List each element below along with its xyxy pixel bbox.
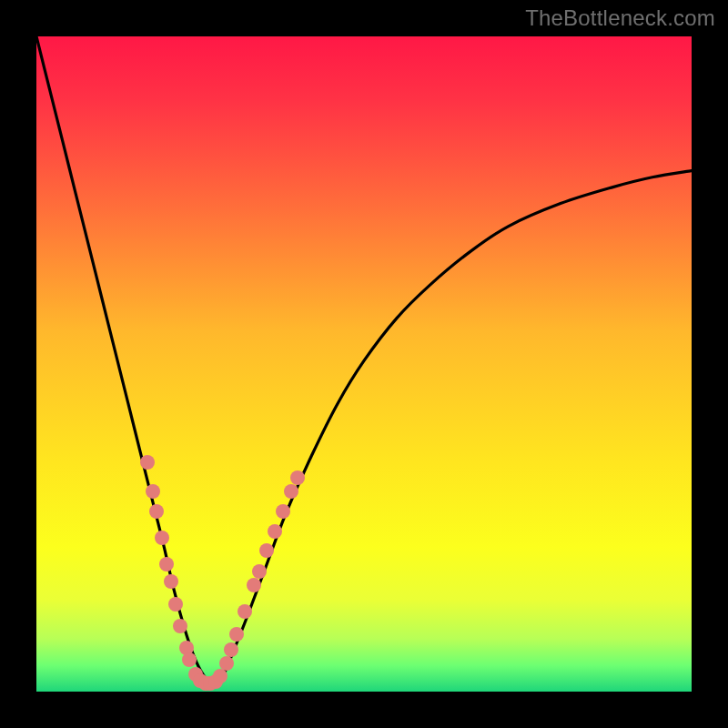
highlight-dot — [155, 531, 169, 545]
plot-area — [36, 36, 692, 692]
highlight-dot — [140, 455, 155, 470]
image-frame: TheBottleneck.com — [0, 0, 728, 728]
highlight-dot — [219, 656, 234, 671]
highlight-dot — [284, 484, 298, 499]
highlight-dot — [276, 504, 290, 519]
highlight-dot — [149, 504, 164, 519]
watermark-text: TheBottleneck.com — [525, 5, 715, 31]
curve-layer — [36, 36, 692, 692]
highlight-dot — [164, 574, 178, 589]
highlight-dot — [224, 642, 238, 657]
highlight-dot — [229, 627, 244, 642]
highlight-dot — [159, 557, 174, 571]
highlight-dot — [268, 524, 282, 539]
highlight-dot — [252, 564, 267, 579]
highlight-dot — [238, 604, 252, 619]
highlight-dot — [213, 669, 228, 683]
bottleneck-curve — [36, 36, 692, 685]
highlight-dot — [290, 470, 305, 485]
highlight-dot — [168, 597, 183, 612]
